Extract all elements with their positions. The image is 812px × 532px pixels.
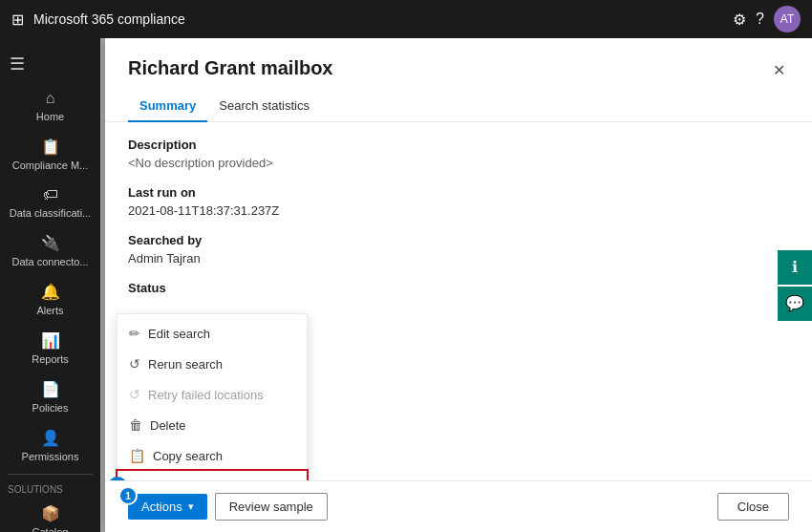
sidebar-item-label: Alerts (36, 305, 63, 316)
sidebar-item-label: Permissions (22, 451, 79, 462)
compliance-icon: 📋 (41, 138, 60, 156)
menu-item-rerun-search[interactable]: ↺ Rerun search (118, 349, 307, 379)
sidebar-item-permissions[interactable]: 👤 Permissions (0, 421, 100, 470)
status-label: Status (128, 281, 789, 295)
sidebar-item-data-classification[interactable]: 🏷 Data classificati... (0, 179, 100, 226)
menu-item-label: Retry failed locations (148, 388, 264, 402)
close-button[interactable]: Close (717, 493, 789, 521)
floating-buttons: ℹ 💬 (778, 250, 812, 321)
panel-title: Richard Grant mailbox (128, 57, 769, 79)
last-run-value: 2021-08-11T18:37:31.237Z (128, 203, 789, 218)
sidebar-item-home[interactable]: ⌂ Home (0, 82, 100, 130)
sidebar-item-label: Reports (32, 353, 69, 365)
permissions-icon: 👤 (41, 429, 60, 447)
catalog-icon: 📦 (41, 504, 60, 522)
tab-search-statistics[interactable]: Search statistics (207, 91, 321, 122)
sidebar-item-reports[interactable]: 📊 Reports (0, 324, 100, 372)
grid-icon[interactable]: ⊞ (11, 11, 24, 29)
menu-item-export-results[interactable]: 2 ≡ Export results (118, 471, 307, 480)
sidebar: ☰ ⌂ Home 📋 Compliance M... 🏷 Data classi… (0, 38, 100, 532)
sidebar-item-label: Data classificati... (10, 207, 92, 219)
sidebar-item-label: Home (36, 111, 64, 122)
avatar[interactable]: AT (774, 6, 801, 32)
topbar: ⊞ Microsoft 365 compliance ⚙ ? AT (0, 0, 812, 38)
home-icon: ⌂ (46, 90, 55, 107)
panel-header: Richard Grant mailbox ✕ (105, 38, 812, 83)
sidebar-item-alerts[interactable]: 🔔 Alerts (0, 275, 100, 324)
reports-icon: 📊 (41, 331, 60, 350)
sidebar-divider (8, 474, 93, 475)
review-sample-button[interactable]: Review sample (215, 493, 328, 521)
sidebar-item-label: Policies (32, 402, 69, 414)
sidebar-item-policies[interactable]: 📄 Policies (0, 372, 100, 421)
topbar-icons: ⚙ ? AT (733, 6, 801, 32)
rerun-icon: ↺ (129, 356, 140, 372)
retry-icon: ↺ (129, 387, 140, 402)
panel-footer: 1 Actions ▾ Review sample Close (105, 480, 812, 532)
last-run-label: Last run on (128, 185, 789, 200)
alerts-icon: 🔔 (41, 283, 60, 301)
policies-icon: 📄 (41, 380, 60, 398)
sidebar-item-compliance[interactable]: 📋 Compliance M... (0, 130, 100, 179)
actions-label: Actions (141, 500, 182, 514)
sidebar-item-catalog[interactable]: 📦 Catalog (0, 497, 100, 532)
chat-button[interactable]: 💬 (778, 287, 812, 321)
sidebar-item-label: Data connecto... (11, 256, 88, 267)
description-value: <No description provided> (128, 156, 789, 170)
export-results-icon: ≡ (129, 479, 137, 480)
menu-item-label: Delete (150, 418, 186, 433)
settings-icon[interactable]: ⚙ (733, 11, 746, 29)
menu-item-retry-failed: ↺ Retry failed locations (118, 379, 307, 410)
info-button[interactable]: ℹ (778, 250, 812, 285)
data-classification-icon: 🏷 (43, 186, 58, 203)
menu-item-label: Copy search (153, 449, 223, 463)
menu-item-edit-search[interactable]: ✏ Edit search (118, 318, 307, 349)
menu-item-copy-search[interactable]: 📋 Copy search (118, 440, 307, 471)
data-connectors-icon: 🔌 (41, 234, 60, 252)
panel-body: Description <No description provided> La… (105, 122, 812, 480)
hamburger-icon[interactable]: ☰ (0, 46, 100, 82)
app-title: Microsoft 365 compliance (33, 11, 723, 27)
panel-close-button[interactable]: ✕ (769, 57, 789, 83)
sidebar-item-data-connectors[interactable]: 🔌 Data connecto... (0, 226, 100, 275)
main-layout: ☰ ⌂ Home 📋 Compliance M... 🏷 Data classi… (0, 38, 812, 532)
delete-icon: 🗑 (129, 417, 142, 433)
content-area: Richard Grant mailbox ✕ Summary Search s… (100, 38, 812, 532)
badge-2: 2 (108, 477, 127, 480)
actions-dropdown-menu: ✏ Edit search ↺ Rerun search ↺ Retry fai… (117, 313, 308, 480)
menu-item-delete[interactable]: 🗑 Delete (118, 410, 307, 440)
sidebar-item-label: Catalog (32, 526, 69, 532)
searched-by-value: Admin Tajran (128, 251, 789, 266)
detail-panel: Richard Grant mailbox ✕ Summary Search s… (105, 38, 812, 532)
menu-item-label: Export results (144, 479, 220, 481)
panel-tabs: Summary Search statistics (105, 83, 812, 122)
edit-icon: ✏ (129, 326, 140, 341)
searched-by-label: Searched by (128, 233, 789, 247)
description-label: Description (128, 138, 789, 152)
sidebar-item-label: Compliance M... (12, 160, 88, 171)
actions-button[interactable]: 1 Actions ▾ (128, 494, 207, 520)
tab-summary[interactable]: Summary (128, 91, 207, 122)
badge-1: 1 (118, 486, 138, 505)
menu-item-label: Rerun search (148, 357, 223, 372)
solutions-label: Solutions (0, 479, 100, 497)
help-icon[interactable]: ? (756, 11, 764, 28)
menu-item-label: Edit search (148, 327, 210, 341)
copy-icon: 📋 (129, 448, 145, 463)
chevron-down-icon: ▾ (188, 500, 194, 513)
